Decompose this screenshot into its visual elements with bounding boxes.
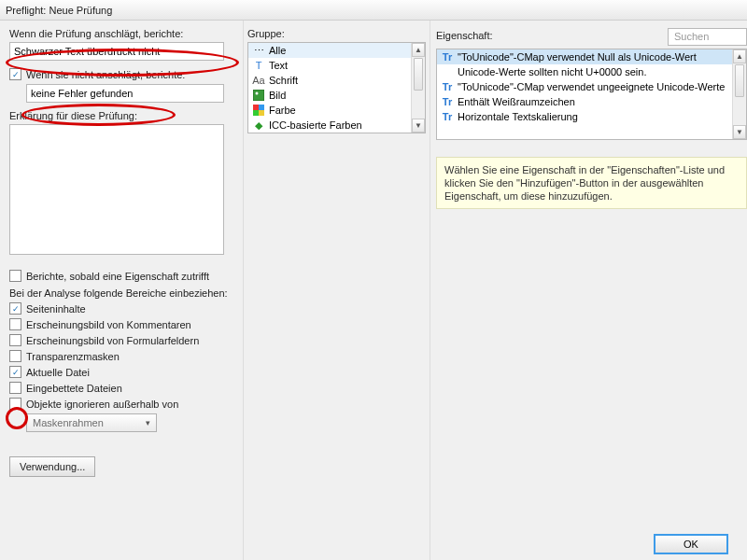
report-once-checkbox[interactable] — [9, 270, 21, 282]
group-item-text[interactable]: TText — [248, 58, 425, 73]
opt-label: Erscheinungsbild von Kommentaren — [26, 319, 191, 330]
group-panel: Gruppe: ⋯Alle TText AaSchrift Bild Farbe… — [243, 21, 430, 560]
opt-formularfelder-checkbox[interactable] — [9, 334, 21, 346]
opt-label: Seiteninhalte — [26, 303, 86, 315]
group-scrollbar[interactable]: ▲▼ — [411, 43, 425, 133]
opt-eingebettete-checkbox[interactable] — [9, 382, 21, 394]
opt-label: Transparenzmasken — [26, 351, 120, 362]
opt-aktuelle-datei-checkbox[interactable] — [9, 366, 21, 378]
search-input[interactable]: Suchen — [668, 28, 747, 46]
dropdown-value: Maskenrahmen — [33, 417, 104, 428]
hit-report-input[interactable]: Schwarzer Text überdruckt nicht — [9, 42, 224, 61]
opt-seiteninhalte-checkbox[interactable] — [9, 302, 21, 315]
property-item[interactable]: TrEnthält Weißraumzeichen — [437, 94, 746, 109]
opt-label: Objekte ignorieren außerhalb von — [26, 399, 178, 410]
opt-kommentare-checkbox[interactable] — [9, 318, 21, 330]
explain-textarea[interactable] — [9, 124, 224, 255]
svg-rect-5 — [259, 110, 264, 116]
list-item-label: Bild — [269, 90, 286, 101]
property-listbox[interactable]: Tr"ToUnicode"-CMap verwendet Null als Un… — [436, 49, 747, 140]
scroll-thumb[interactable] — [735, 64, 744, 97]
group-item-farbe[interactable]: Farbe — [248, 103, 425, 118]
property-item-desc: Unicode-Werte sollten nicht U+0000 sein. — [437, 64, 746, 79]
group-item-schrift[interactable]: AaSchrift — [248, 73, 425, 88]
nohit-check-label: Wenn sie nicht anschlägt, berichte: — [26, 69, 185, 80]
svg-rect-4 — [253, 110, 259, 116]
ok-button[interactable]: OK — [654, 534, 728, 554]
property-panel: Eigenschaft: Suchen Tr"ToUnicode"-CMap v… — [430, 21, 747, 560]
svg-rect-2 — [253, 105, 259, 110]
report-once-label: Berichte, sobald eine Eigenschaft zutrif… — [26, 271, 209, 282]
opt-label: Aktuelle Datei — [26, 367, 90, 378]
list-item-label: Enthält Weißraumzeichen — [458, 96, 575, 107]
property-scrollbar[interactable]: ▲▼ — [732, 49, 746, 139]
list-item-label: Farbe — [269, 105, 296, 116]
svg-point-1 — [256, 92, 259, 95]
opt-label: Eingebettete Dateien — [26, 383, 122, 394]
tt-icon: Tr — [441, 95, 454, 108]
list-item-label: Unicode-Werte sollten nicht U+0000 sein. — [458, 66, 647, 77]
opt-ignorieren-checkbox[interactable] — [9, 398, 21, 410]
color-icon — [252, 104, 265, 117]
text-icon: T — [252, 59, 265, 72]
scroll-up-icon[interactable]: ▲ — [733, 49, 746, 63]
chevron-down-icon: ▾ — [146, 418, 150, 427]
group-item-icc[interactable]: ◆ICC-basierte Farben — [248, 118, 425, 133]
list-item-label: "ToUnicode"-CMap verwendet Null als Unic… — [458, 51, 697, 63]
tt-icon: Tr — [441, 110, 454, 123]
scroll-down-icon[interactable]: ▼ — [733, 125, 746, 139]
property-item[interactable]: Tr"ToUnicode"-CMap verwendet ungeeignete… — [437, 79, 746, 94]
icc-icon: ◆ — [252, 119, 265, 132]
include-label: Bei der Analyse folgende Bereiche einbez… — [9, 287, 237, 299]
group-label: Gruppe: — [247, 28, 426, 39]
group-listbox[interactable]: ⋯Alle TText AaSchrift Bild Farbe ◆ICC-ba… — [247, 42, 426, 133]
font-icon: Aa — [252, 74, 265, 87]
svg-rect-0 — [253, 90, 264, 101]
list-item-label: Schrift — [269, 75, 298, 86]
window-title: Preflight: Neue Prüfung — [0, 0, 747, 21]
scroll-down-icon[interactable]: ▼ — [412, 119, 425, 133]
svg-rect-3 — [259, 105, 264, 110]
left-panel: Wenn die Prüfung anschlägt, berichte: Sc… — [0, 21, 243, 560]
nohit-report-input[interactable]: keine Fehler gefunden — [26, 84, 224, 103]
list-item-label: Text — [269, 60, 288, 71]
list-item-label: Horizontale Textskalierung — [458, 111, 578, 122]
opt-label: Erscheinungsbild von Formularfeldern — [26, 335, 199, 346]
maskenrahmen-dropdown[interactable]: Maskenrahmen ▾ — [26, 413, 157, 432]
scroll-thumb[interactable] — [414, 58, 423, 91]
tt-icon: Tr — [441, 80, 454, 93]
dots-icon: ⋯ — [252, 44, 265, 57]
scroll-up-icon[interactable]: ▲ — [412, 43, 425, 57]
list-item-label: ICC-basierte Farben — [269, 119, 362, 131]
property-label: Eigenschaft: — [436, 30, 493, 41]
nohit-checkbox[interactable] — [9, 68, 21, 80]
list-item-label: Alle — [269, 45, 286, 56]
verwendung-button[interactable]: Verwendung... — [9, 456, 95, 477]
opt-transparenz-checkbox[interactable] — [9, 350, 21, 362]
explain-label: Erklärung für diese Prüfung: — [9, 110, 237, 121]
hit-report-label: Wenn die Prüfung anschlägt, berichte: — [9, 28, 237, 39]
group-item-bild[interactable]: Bild — [248, 88, 425, 103]
list-item-label: "ToUnicode"-CMap verwendet ungeeignete U… — [458, 81, 725, 92]
property-item[interactable]: TrHorizontale Textskalierung — [437, 109, 746, 124]
property-item[interactable]: Tr"ToUnicode"-CMap verwendet Null als Un… — [437, 49, 746, 64]
image-icon — [252, 89, 265, 102]
hint-box: Wählen Sie eine Eigenschaft in der "Eige… — [436, 157, 747, 209]
group-item-alle[interactable]: ⋯Alle — [248, 43, 425, 58]
tt-icon: Tr — [441, 50, 454, 63]
